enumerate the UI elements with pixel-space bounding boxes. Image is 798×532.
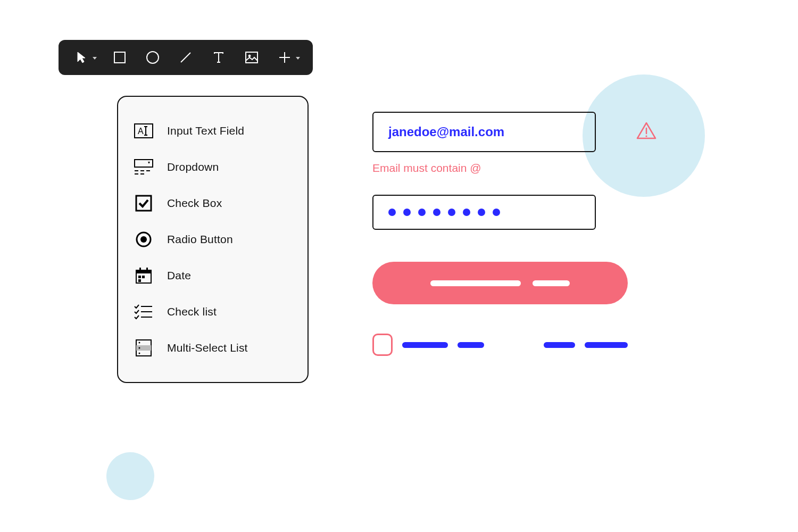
decorative-circle-small: [106, 452, 154, 500]
add-tool[interactable]: [277, 49, 293, 65]
plus-icon: [278, 51, 291, 64]
form-components-panel: A Input Text Field Dropdown: [117, 96, 309, 383]
panel-item-radio[interactable]: Radio Button: [133, 221, 293, 257]
multiselect-icon: [133, 338, 154, 358]
panel-item-multiselect[interactable]: Multi-Select List: [133, 330, 293, 366]
svg-point-1: [147, 52, 159, 63]
svg-text:A: A: [138, 127, 144, 136]
image-tool[interactable]: [244, 49, 260, 65]
circle-icon: [146, 51, 160, 64]
checkbox-icon: [133, 194, 154, 213]
panel-item-label: Check Box: [167, 197, 222, 210]
email-field[interactable]: janedoe@mail.com: [372, 112, 596, 152]
panel-item-checklist[interactable]: Check list: [133, 294, 293, 330]
svg-point-35: [139, 353, 140, 354]
checklist-icon: [133, 302, 154, 321]
panel-item-label: Multi-Select List: [167, 342, 248, 354]
email-error-message: Email must contain @: [372, 162, 628, 174]
drawing-toolbar: [59, 40, 313, 75]
svg-rect-26: [142, 276, 145, 278]
password-dot: [403, 209, 411, 216]
date-icon: [133, 266, 154, 285]
text-placeholder: [402, 342, 448, 348]
button-text-placeholder: [430, 280, 521, 286]
svg-point-20: [140, 236, 147, 243]
cursor-icon: [76, 51, 87, 64]
svg-rect-18: [136, 196, 151, 211]
password-dot: [388, 209, 396, 216]
rectangle-icon: [113, 51, 126, 64]
svg-line-2: [181, 53, 190, 62]
radio-icon: [133, 230, 154, 249]
dropdown-icon: [133, 157, 154, 177]
svg-rect-27: [138, 279, 141, 282]
password-dot: [448, 209, 455, 216]
svg-point-37: [645, 135, 647, 137]
circle-tool[interactable]: [145, 49, 161, 65]
panel-item-label: Date: [167, 269, 191, 282]
terms-row: [372, 334, 628, 356]
text-placeholder: [458, 342, 484, 348]
text-tool[interactable]: [211, 49, 227, 65]
svg-point-4: [248, 55, 251, 57]
password-dot: [493, 209, 500, 216]
text-placeholder: [585, 342, 628, 348]
panel-item-input-text[interactable]: A Input Text Field: [133, 113, 293, 149]
svg-rect-24: [146, 268, 148, 271]
rectangle-tool[interactable]: [112, 49, 128, 65]
svg-rect-3: [246, 52, 257, 63]
line-icon: [179, 51, 193, 64]
svg-point-33: [139, 342, 140, 344]
text-placeholder: [544, 342, 575, 348]
submit-button[interactable]: [372, 262, 628, 304]
form-preview: janedoe@mail.com Email must contain @: [372, 112, 628, 356]
input-text-icon: A: [133, 121, 154, 140]
terms-checkbox[interactable]: [372, 334, 393, 356]
svg-point-34: [139, 347, 140, 349]
line-tool[interactable]: [178, 49, 194, 65]
panel-item-checkbox[interactable]: Check Box: [133, 185, 293, 221]
password-dot: [478, 209, 485, 216]
svg-rect-25: [138, 276, 141, 278]
password-dot: [418, 209, 426, 216]
password-dot: [463, 209, 470, 216]
text-icon: [212, 51, 225, 64]
svg-rect-12: [135, 160, 153, 167]
panel-item-label: Input Text Field: [167, 124, 244, 137]
warning-icon: [636, 121, 657, 143]
email-value: janedoe@mail.com: [388, 124, 504, 139]
button-text-placeholder: [533, 280, 570, 286]
password-dot: [433, 209, 440, 216]
cursor-tool[interactable]: [73, 49, 89, 65]
svg-rect-32: [136, 345, 151, 351]
panel-item-date[interactable]: Date: [133, 257, 293, 294]
panel-item-label: Dropdown: [167, 161, 219, 173]
panel-item-dropdown[interactable]: Dropdown: [133, 149, 293, 185]
panel-item-label: Radio Button: [167, 233, 233, 246]
image-icon: [245, 51, 259, 64]
svg-rect-23: [139, 268, 141, 271]
svg-rect-22: [136, 270, 151, 273]
password-field[interactable]: [372, 195, 596, 230]
svg-rect-0: [114, 52, 125, 63]
panel-item-label: Check list: [167, 305, 217, 318]
